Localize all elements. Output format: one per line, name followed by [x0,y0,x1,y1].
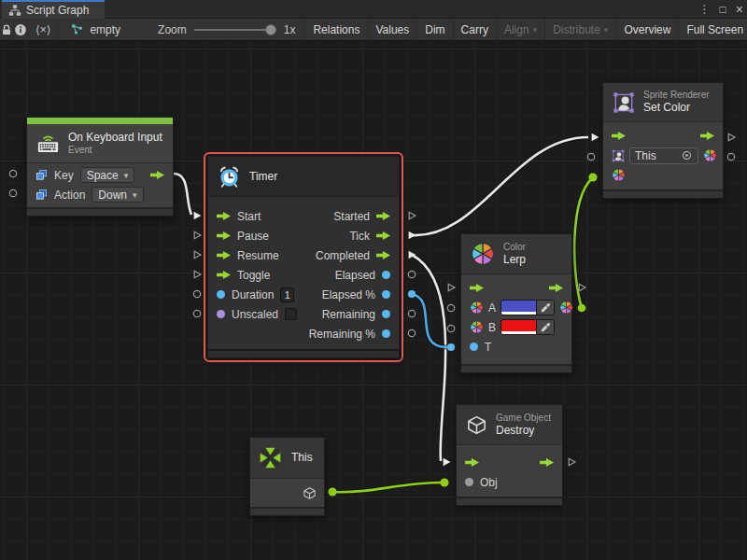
tick-pin[interactable] [376,231,390,241]
dim-button[interactable]: Dim [417,19,453,40]
timer-pause-port[interactable] [191,230,203,241]
timer-elapsed-port[interactable] [406,269,417,280]
timer-completed-port[interactable] [406,249,417,260]
setcolor-result-port[interactable] [726,151,737,162]
script-graph-icon [8,4,21,17]
lerp-result-port[interactable] [576,302,587,314]
collapse-button[interactable]: ⟨×⟩ [28,19,59,40]
target-field[interactable]: This [629,147,698,164]
window-tab-bar: Script Graph ⋮ □ × [0,0,747,19]
lerp-a-port[interactable] [445,302,457,314]
graph-canvas[interactable]: On Keyboard Input Event Key Space ▾ Acti… [0,41,747,560]
lerp-t-port[interactable] [445,342,457,353]
timer-tick-port[interactable] [406,230,417,241]
obj-pin[interactable] [465,478,473,486]
start-pin[interactable] [217,212,231,221]
inspect-button[interactable] [14,19,28,40]
remaining-pin[interactable] [382,310,390,318]
timer-unscaled-port[interactable] [191,308,203,319]
setcolor-target-port[interactable] [585,151,597,162]
timer-toggle-port[interactable] [191,269,203,280]
unscaled-pin[interactable] [217,310,225,318]
node-destroy[interactable]: Game Object Destroy Obj [456,404,563,506]
elapsed-pin[interactable] [382,271,390,279]
color-b-field[interactable] [500,319,555,335]
close-icon[interactable]: × [736,2,743,17]
timer-duration-port[interactable] [191,288,203,300]
toggle-pin[interactable] [217,271,231,280]
node-title: On Keyboard Input [68,131,162,144]
carry-button[interactable]: Carry [454,19,497,40]
duration-input[interactable] [280,287,294,302]
relations-button[interactable]: Relations [305,19,368,40]
graph-breadcrumb[interactable]: empty [59,19,132,40]
timer-started-port[interactable] [406,210,417,221]
timer-remaining-port[interactable] [406,308,417,319]
key-label: Key [54,169,74,182]
setcolor-flow-in-port[interactable] [589,132,600,143]
node-title: Set Color [643,101,710,114]
window-menu-icon[interactable]: ⋮ [699,3,711,16]
lerp-flow-out-pin[interactable] [549,284,563,293]
keyboard-action-port[interactable] [7,188,19,199]
destroy-flow-in-port[interactable] [441,456,452,468]
color-b-swatch[interactable] [501,320,536,334]
lerp-result-pin[interactable] [559,301,573,315]
setcolor-flow-in-pin[interactable] [612,132,626,141]
key-dropdown[interactable]: Space ▾ [80,167,135,183]
game-object-out-pin[interactable] [303,486,317,500]
timer-remaining-pct-port[interactable] [406,328,417,339]
zoom-slider[interactable] [194,24,276,35]
lock-button[interactable] [0,19,14,40]
node-this[interactable]: This [249,437,325,516]
resume-pin[interactable] [217,251,231,260]
color-in-pin[interactable] [612,168,626,182]
unscaled-checkbox[interactable] [285,308,297,320]
node-on-keyboard-input[interactable]: On Keyboard Input Event Key Space ▾ Acti… [26,117,174,217]
setcolor-flow-out-port[interactable] [726,132,737,143]
node-set-color[interactable]: Sprite Renderer Set Color This [602,82,724,199]
setcolor-flow-out-pin[interactable] [700,132,714,141]
setcolor-result-pin[interactable] [703,148,717,162]
zoom-slider-handle[interactable] [265,24,276,35]
graph-node-icon [70,22,84,36]
zoom-slider-track [194,29,276,31]
action-value: Down [98,189,127,202]
color-a-swatch[interactable] [501,301,536,315]
node-footer [461,364,571,372]
lerp-flow-in-pin[interactable] [470,284,484,293]
object-picker-icon[interactable] [681,149,693,161]
lerp-b-port[interactable] [445,323,457,334]
tab-script-graph[interactable]: Script Graph [2,0,105,19]
duration-pin[interactable] [217,290,225,299]
fullscreen-button[interactable]: Full Screen [679,19,747,40]
color-wheel-icon [470,301,484,315]
eyedropper-button[interactable] [536,301,554,315]
lerp-flow-out-port[interactable] [576,282,587,293]
timer-elapsed-pct-port[interactable] [406,288,417,300]
eyedropper-button[interactable] [536,320,554,334]
destroy-flow-in-pin[interactable] [465,458,479,468]
completed-pin[interactable] [376,251,390,260]
start-label: Start [237,210,261,223]
keyboard-key-port[interactable] [7,168,19,179]
timer-resume-port[interactable] [191,249,203,260]
destroy-flow-out-pin[interactable] [540,458,554,468]
remaining-pct-pin[interactable] [382,329,390,338]
started-pin[interactable] [376,212,390,221]
color-a-field[interactable] [500,300,555,315]
node-color-lerp[interactable]: Color Lerp A B [460,233,572,373]
trigger-out-pin[interactable] [150,171,164,180]
t-pin[interactable] [470,343,478,351]
node-timer[interactable]: Timer Start Started Pause Tick Resume Co… [207,156,400,358]
timer-start-port[interactable] [191,210,203,221]
remaining-pct-label: Remaining % [309,328,375,341]
maximize-icon[interactable]: □ [720,3,726,16]
values-button[interactable]: Values [368,19,417,40]
pause-pin[interactable] [217,231,231,241]
action-dropdown[interactable]: Down ▾ [92,187,143,203]
destroy-flow-out-port[interactable] [566,456,577,468]
overview-button[interactable]: Overview [616,19,679,40]
lerp-flow-in-port[interactable] [445,282,457,293]
elapsed-pct-pin[interactable] [382,290,390,299]
